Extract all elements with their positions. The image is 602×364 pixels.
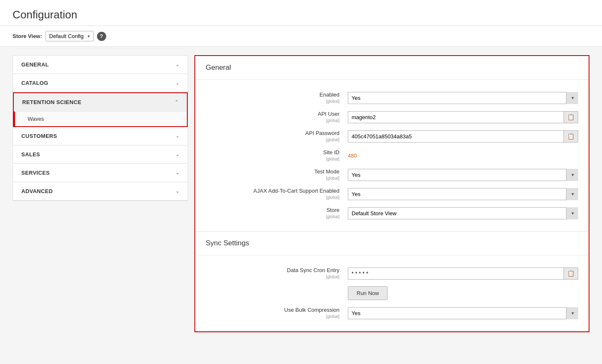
field-select-store[interactable]: Default Store View [348, 207, 578, 219]
field-scope-store: [global] [326, 214, 339, 219]
field-label-api-password: API Password [206, 130, 339, 136]
sidebar-item-retention-science-header[interactable]: RETENTION SCIENCE ⌃ [14, 93, 187, 111]
sidebar-item-general-label: GENERAL [21, 61, 49, 68]
field-row-enabled: Enabled [global] Yes No ▼ [195, 88, 589, 107]
field-label-wrap-api-user: API User [global] [206, 111, 348, 123]
store-view-wrapper: Default Config [46, 31, 94, 41]
chevron-down-icon: ⌄ [176, 62, 179, 67]
store-view-select[interactable]: Default Config [46, 31, 94, 41]
sidebar-item-services-label: SERVICES [21, 170, 50, 176]
field-row-test-mode: Test Mode [global] Yes No ▼ [195, 165, 589, 184]
right-panel: General Enabled [global] Yes No [194, 55, 589, 332]
field-control-api-user: 📋 [348, 111, 578, 123]
field-label-wrap-site-id: Site ID [global] [206, 149, 348, 162]
store-view-bar: Store View: Default Config ? [0, 26, 602, 47]
field-scope-ajax: [global] [326, 195, 339, 200]
sidebar-item-advanced-label: ADVANCED [21, 188, 53, 194]
api-user-input-group: 📋 [348, 111, 578, 123]
field-label-store: Store [206, 207, 339, 213]
main-content: GENERAL ⌄ CATALOG ⌄ RETENTION SCIENCE ⌃ … [0, 47, 602, 341]
field-label-site-id: Site ID [206, 149, 339, 155]
sidebar-item-catalog-header[interactable]: CATALOG ⌄ [13, 74, 188, 92]
sidebar: GENERAL ⌄ CATALOG ⌄ RETENTION SCIENCE ⌃ … [13, 55, 188, 201]
field-row-bulk-compression: Use Bulk Compression [global] Yes No ▼ [195, 303, 589, 323]
field-scope-api-user: [global] [326, 118, 339, 123]
sidebar-item-sales: SALES ⌄ [13, 145, 188, 164]
field-control-test-mode: Yes No ▼ [348, 169, 578, 181]
sidebar-item-retention-science-label: RETENTION SCIENCE [22, 99, 82, 105]
sidebar-item-advanced-header[interactable]: ADVANCED ⌄ [13, 182, 188, 200]
field-label-wrap-ajax: AJAX Add-To-Cart Support Enabled [global… [206, 188, 348, 200]
field-control-run-now: Run Now [348, 286, 578, 300]
general-section-body: Enabled [global] Yes No ▼ [195, 80, 589, 231]
field-row-site-id: Site ID [global] 480 [195, 146, 589, 165]
sidebar-item-retention-science: RETENTION SCIENCE ⌃ Waves [13, 92, 188, 127]
api-password-input[interactable] [348, 131, 564, 142]
field-label-test-mode: Test Mode [206, 168, 339, 175]
field-select-enabled[interactable]: Yes No [348, 92, 578, 104]
api-password-input-group: 📋 [348, 130, 578, 143]
field-scope-data-sync-cron: [global] [326, 275, 339, 279]
field-scope-test-mode: [global] [326, 176, 339, 181]
sync-settings-section-body: Data Sync Cron Entry [global] 📋 [195, 255, 589, 331]
sidebar-item-services: SERVICES ⌄ [13, 164, 188, 182]
select-wrapper-test-mode: Yes No ▼ [348, 169, 578, 181]
general-section-title: General [195, 56, 589, 80]
api-user-input[interactable] [348, 112, 564, 123]
sidebar-sub-item-waves[interactable]: Waves [14, 112, 187, 126]
field-label-wrap-test-mode: Test Mode [global] [206, 168, 348, 181]
sidebar-item-customers: CUSTOMERS ⌄ [13, 127, 188, 145]
field-scope-api-password: [global] [326, 137, 339, 142]
sidebar-item-customers-label: CUSTOMERS [21, 133, 57, 139]
field-label-wrap-data-sync-cron: Data Sync Cron Entry [global] [206, 267, 348, 280]
field-scope-site-id: [global] [326, 157, 339, 161]
select-wrapper-ajax: Yes No ▼ [348, 188, 578, 200]
sidebar-item-sales-header[interactable]: SALES ⌄ [13, 145, 188, 163]
chevron-up-icon: ⌃ [175, 99, 179, 105]
field-control-api-password: 📋 [348, 130, 578, 143]
sidebar-item-customers-header[interactable]: CUSTOMERS ⌄ [13, 127, 188, 145]
run-now-button[interactable]: Run Now [348, 286, 388, 300]
sidebar-item-services-header[interactable]: SERVICES ⌄ [13, 164, 188, 182]
field-select-test-mode[interactable]: Yes No [348, 169, 578, 181]
field-row-api-password: API Password [global] 📋 [195, 127, 589, 146]
field-select-ajax[interactable]: Yes No [348, 188, 578, 200]
store-view-label: Store View: [13, 33, 42, 39]
sidebar-item-sales-label: SALES [21, 151, 40, 158]
sidebar-item-catalog-label: CATALOG [21, 80, 48, 86]
data-sync-cron-input-group: 📋 [348, 267, 578, 280]
sync-settings-section-title: Sync Settings [195, 232, 589, 255]
field-label-enabled: Enabled [206, 92, 339, 98]
field-scope-bulk-compression: [global] [326, 314, 339, 319]
chevron-down-icon: ⌄ [176, 188, 179, 194]
chevron-down-icon: ⌄ [176, 133, 179, 139]
chevron-down-icon: ⌄ [176, 80, 179, 86]
field-label-bulk-compression: Use Bulk Compression [206, 307, 339, 313]
field-scope-enabled: [global] [326, 99, 339, 104]
chevron-down-icon: ⌄ [176, 152, 179, 157]
site-id-value: 480 [348, 153, 357, 159]
sidebar-item-advanced: ADVANCED ⌄ [13, 182, 188, 201]
select-wrapper-enabled: Yes No ▼ [348, 92, 578, 104]
sidebar-item-catalog: CATALOG ⌄ [13, 74, 188, 92]
page-wrapper: Configuration Store View: Default Config… [0, 0, 602, 364]
field-label-wrap-enabled: Enabled [global] [206, 92, 348, 104]
general-section: General Enabled [global] Yes No [195, 56, 589, 232]
field-select-bulk-compression[interactable]: Yes No [348, 307, 578, 319]
field-row-api-user: API User [global] 📋 [195, 107, 589, 127]
data-sync-cron-copy-button[interactable]: 📋 [564, 268, 578, 279]
data-sync-cron-input[interactable] [348, 268, 564, 279]
api-user-copy-button[interactable]: 📋 [564, 112, 578, 123]
select-wrapper-store: Default Store View ▼ [348, 207, 578, 219]
api-password-copy-button[interactable]: 📋 [564, 131, 578, 142]
sidebar-item-general-header[interactable]: GENERAL ⌄ [13, 56, 188, 74]
field-control-bulk-compression: Yes No ▼ [348, 307, 578, 319]
field-control-site-id: 480 [348, 153, 578, 159]
select-wrapper-bulk-compression: Yes No ▼ [348, 307, 578, 319]
field-row-data-sync-cron: Data Sync Cron Entry [global] 📋 [195, 264, 589, 283]
field-control-data-sync-cron: 📋 [348, 267, 578, 280]
field-row-store: Store [global] Default Store View ▼ [195, 204, 589, 223]
sidebar-sub-retention: Waves [14, 111, 187, 126]
help-icon[interactable]: ? [97, 32, 106, 41]
field-label-data-sync-cron: Data Sync Cron Entry [206, 267, 339, 273]
